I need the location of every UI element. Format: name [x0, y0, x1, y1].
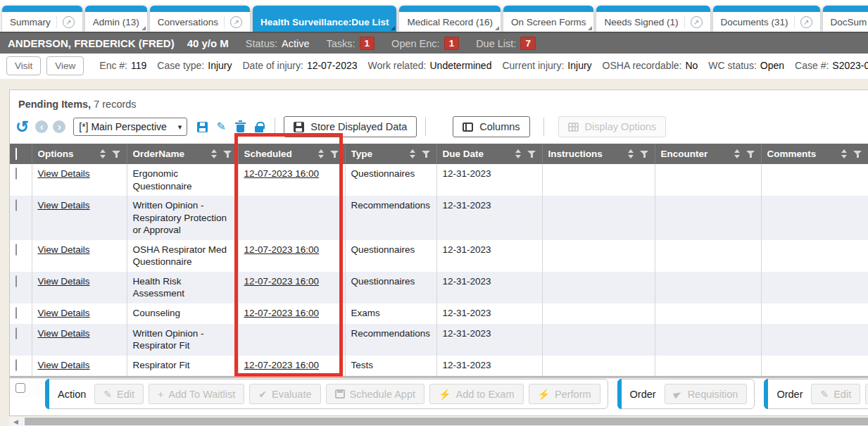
sort-icon[interactable]	[628, 149, 634, 158]
perform-button[interactable]: ⚡Perform	[529, 384, 600, 404]
options-cell: View Details	[32, 240, 127, 272]
new-row-checkbox[interactable]	[15, 383, 25, 393]
status-label: Status:	[246, 38, 277, 49]
scheduled-link[interactable]: 12-07-2023 16:00	[244, 360, 320, 370]
column-label: Encounter	[661, 149, 728, 159]
row-checkbox[interactable]	[15, 244, 17, 256]
filter-icon[interactable]	[422, 150, 431, 158]
evaluate-button[interactable]: ✔Evaluate	[249, 384, 320, 404]
sort-icon[interactable]	[734, 149, 740, 158]
requisition-button[interactable]: Requisition	[665, 384, 748, 404]
save-icon[interactable]	[195, 122, 209, 132]
filter-icon[interactable]	[330, 150, 339, 158]
comments-cell	[761, 303, 868, 324]
add-to-exam-button[interactable]: ⚡Add to Exam	[429, 384, 523, 404]
row-checkbox[interactable]	[15, 275, 17, 287]
button-label: Requisition	[688, 389, 738, 400]
nav-forward-icon[interactable]: ›	[53, 120, 65, 133]
view-button[interactable]: View	[46, 56, 84, 75]
row-checkbox[interactable]	[15, 327, 17, 339]
due-date-cell: 12-31-2023	[436, 272, 542, 303]
tab-documents-31[interactable]: Documents (31)↗	[713, 6, 820, 32]
filter-icon[interactable]	[527, 150, 536, 158]
sort-icon[interactable]	[100, 149, 106, 158]
store-displayed-data-button[interactable]: Store Displayed Data	[284, 116, 417, 137]
scheduled-link[interactable]: 12-07-2023 16:00	[244, 276, 320, 287]
tab-conversations[interactable]: Conversations↗	[150, 6, 250, 32]
edit-button[interactable]: ✎Edit	[811, 384, 860, 404]
display-options-button[interactable]: Display Options	[558, 116, 667, 137]
view-details-link[interactable]: View Details	[38, 308, 90, 318]
add-to-waitlist-button[interactable]: +Add To Waitlist	[149, 384, 244, 404]
row-checkbox[interactable]	[15, 307, 17, 319]
tab-health-surveillance-due-list[interactable]: Health Surveillance:Due List	[253, 6, 396, 32]
external-link-icon[interactable]: ↗	[691, 16, 703, 28]
perspective-select[interactable]: [*] Main Perspective ▾	[73, 118, 187, 136]
columns-button[interactable]: Columns	[453, 116, 529, 137]
encounter-fields: Enc #:119Case type:InjuryDate of injury:…	[99, 60, 868, 71]
tasks-badge[interactable]: 1	[360, 37, 375, 50]
table-row: View DetailsCounseling12-07-2023 16:00Ex…	[10, 303, 868, 324]
order-name-cell: Counseling	[127, 303, 238, 324]
edit-button[interactable]: ✎Edit	[94, 384, 144, 404]
tab-on-screen-forms[interactable]: On Screen Forms	[503, 6, 594, 32]
due-list-badge[interactable]: 7	[520, 37, 536, 50]
view-details-link[interactable]: View Details	[38, 168, 90, 179]
pencil-icon[interactable]: ✎	[214, 121, 228, 132]
horizontal-scrollbar[interactable]: ◀	[9, 417, 868, 426]
tab-summary[interactable]: Summary↗	[2, 6, 82, 32]
tab-medical-record-16[interactable]: Medical Record (16)	[399, 6, 501, 32]
row-select-cell	[10, 324, 32, 356]
type-cell: Tests	[345, 356, 436, 376]
filter-icon[interactable]	[640, 150, 649, 158]
sort-icon[interactable]	[515, 149, 521, 158]
encounter-field-enc: Enc #:119	[99, 60, 146, 71]
field-value: 12-07-2023	[307, 60, 358, 71]
filter-icon[interactable]	[853, 150, 862, 158]
instructions-cell	[542, 240, 655, 272]
tab-label: Conversations	[158, 17, 218, 27]
tab-needs-signed-1[interactable]: Needs Signed (1)↗	[596, 6, 710, 32]
due-date-cell: 12-31-2023	[436, 196, 542, 240]
schedule-appt-button[interactable]: Schedule Appt	[326, 384, 425, 404]
filter-icon[interactable]	[746, 150, 755, 158]
scheduled-link[interactable]: 12-07-2023 16:00	[244, 308, 320, 318]
column-header-encounter: Encounter	[655, 144, 761, 164]
button-label: Perform	[555, 389, 591, 400]
external-link-icon[interactable]: ↗	[230, 16, 242, 28]
sort-icon[interactable]	[211, 149, 217, 158]
row-checkbox[interactable]	[15, 359, 17, 371]
scrollbar-thumb[interactable]	[25, 418, 868, 425]
external-link-icon[interactable]: ↗	[63, 16, 75, 28]
filter-icon[interactable]	[112, 150, 121, 158]
nav-back-icon[interactable]: ‹	[35, 120, 48, 133]
filter-icon[interactable]	[223, 150, 232, 158]
external-link-icon[interactable]: ↗	[800, 16, 812, 28]
lock-icon[interactable]	[252, 121, 266, 132]
s-button[interactable]: S	[865, 384, 868, 404]
sort-icon[interactable]	[318, 149, 324, 158]
view-details-link[interactable]: View Details	[38, 276, 90, 287]
field-label: WC status:	[708, 60, 756, 71]
view-details-link[interactable]: View Details	[38, 328, 90, 339]
view-details-link[interactable]: View Details	[38, 244, 90, 255]
view-details-link[interactable]: View Details	[38, 360, 90, 370]
scroll-left-icon[interactable]: ◀	[11, 417, 21, 426]
undo-icon[interactable]: ↺	[15, 120, 29, 134]
tab-docsum-dv[interactable]: DocSum DV↗	[823, 6, 868, 32]
trash-icon[interactable]	[233, 121, 247, 132]
tab-admin-13[interactable]: Admin (13)	[85, 6, 147, 32]
sort-icon[interactable]	[841, 149, 847, 158]
visit-button[interactable]: Visit	[6, 56, 41, 75]
row-checkbox[interactable]	[15, 199, 17, 211]
row-checkbox[interactable]	[15, 168, 17, 180]
type-cell: Recommendations	[345, 196, 436, 240]
sort-icon[interactable]	[410, 149, 415, 158]
scheduled-link[interactable]: 12-07-2023 16:00	[244, 244, 320, 255]
select-all-checkbox[interactable]	[15, 148, 17, 160]
view-details-link[interactable]: View Details	[38, 200, 90, 211]
open-enc-badge[interactable]: 1	[444, 37, 460, 50]
column-label: Options	[38, 149, 94, 159]
scheduled-link[interactable]: 12-07-2023 16:00	[244, 168, 320, 179]
display-options-label: Display Options	[585, 121, 657, 132]
